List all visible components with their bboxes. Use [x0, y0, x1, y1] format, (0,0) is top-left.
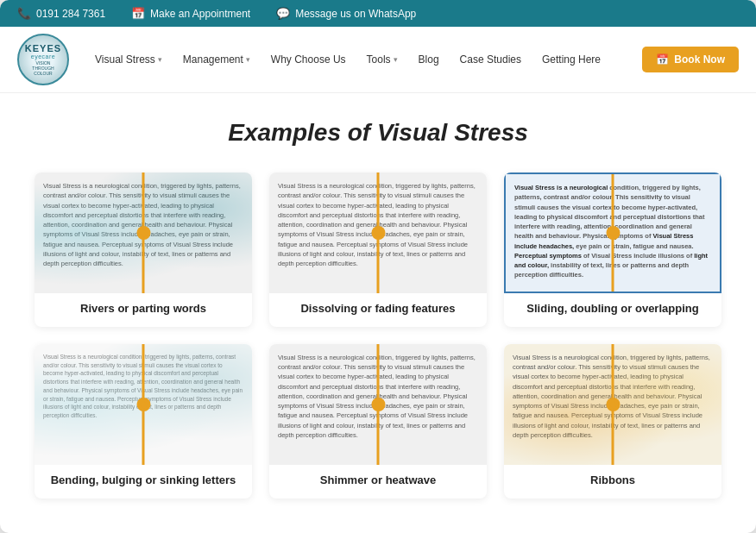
- card-5-title: Shimmer or heatwave: [269, 465, 487, 499]
- card-3-image: Visual Stress is a neurological conditio…: [504, 172, 721, 293]
- nav-why-choose-us[interactable]: Why Choose Us: [262, 48, 355, 71]
- phone-number: 0191 284 7361: [36, 8, 105, 20]
- phone-link[interactable]: 📞 0191 284 7361: [17, 7, 105, 20]
- card-dissolving: Visual Stress is a neurological conditio…: [269, 172, 487, 327]
- cards-grid: Visual Stress is a neurological conditio…: [35, 172, 721, 499]
- card-4-title: Bending, bulging or sinking letters: [35, 465, 252, 499]
- card-sliding: Visual Stress is a neurological conditio…: [504, 172, 721, 327]
- logo-brand: KEYES: [25, 43, 61, 53]
- whatsapp-link[interactable]: 💬 Message us on WhatsApp: [276, 7, 416, 20]
- whatsapp-icon: 💬: [276, 7, 290, 20]
- nav-tools[interactable]: Tools ▾: [358, 48, 406, 71]
- card-2-image: Visual Stress is a neurological conditio…: [269, 172, 487, 293]
- card-3-line: [612, 174, 614, 292]
- book-now-button[interactable]: 📅 Book Now: [642, 47, 739, 72]
- main-content: Examples of Visual Stress Visual Stress …: [0, 93, 756, 524]
- card-1-title: Rivers or parting words: [35, 293, 252, 327]
- appointment-link[interactable]: 📅 Make an Appointment: [131, 7, 250, 20]
- logo: KEYES eyecare VISIONTHROUGHCOLOUR: [17, 34, 69, 85]
- phone-icon: 📞: [17, 7, 31, 20]
- nav-case-studies[interactable]: Case Studies: [451, 48, 530, 71]
- top-bar: 📞 0191 284 7361 📅 Make an Appointment 💬 …: [0, 0, 756, 27]
- calendar-icon: 📅: [131, 7, 145, 20]
- logo-tagline: VISIONTHROUGHCOLOUR: [32, 60, 54, 76]
- card-rivers: Visual Stress is a neurological conditio…: [35, 172, 252, 327]
- card-2-title: Dissolving or fading features: [269, 293, 487, 327]
- card-3-title: Sliding, doubling or overlapping: [504, 293, 721, 327]
- section-title: Examples of Visual Stress: [35, 119, 721, 147]
- appointment-text: Make an Appointment: [150, 8, 250, 20]
- card-ribbons: Visual Stress is a neurological conditio…: [504, 344, 721, 499]
- card-1-image: Visual Stress is a neurological conditio…: [35, 172, 252, 293]
- card-4-image: Visual Stress is a neurological conditio…: [35, 344, 252, 465]
- chevron-down-icon: ▾: [394, 55, 398, 64]
- chevron-down-icon: ▾: [246, 55, 250, 64]
- whatsapp-text: Message us on WhatsApp: [295, 8, 416, 20]
- card-shimmer: Visual Stress is a neurological conditio…: [269, 344, 487, 499]
- nav-blog[interactable]: Blog: [410, 48, 448, 71]
- nav-visual-stress[interactable]: Visual Stress ▾: [86, 48, 171, 71]
- logo-area[interactable]: KEYES eyecare VISIONTHROUGHCOLOUR: [17, 34, 69, 85]
- card-6-line: [612, 344, 614, 465]
- logo-sub: eyecare: [31, 53, 55, 60]
- nav-management[interactable]: Management ▾: [174, 48, 259, 71]
- navbar: KEYES eyecare VISIONTHROUGHCOLOUR Visual…: [0, 27, 756, 93]
- card-bending: Visual Stress is a neurological conditio…: [35, 344, 252, 499]
- nav-links: Visual Stress ▾ Management ▾ Why Choose …: [86, 48, 642, 71]
- page-wrapper: 📞 0191 284 7361 📅 Make an Appointment 💬 …: [0, 0, 756, 533]
- card-6-title: Ribbons: [504, 465, 721, 499]
- card-6-image: Visual Stress is a neurological conditio…: [504, 344, 721, 465]
- card-4-line: [142, 344, 145, 465]
- calendar-icon-btn: 📅: [656, 53, 669, 66]
- card-2-line: [377, 172, 380, 293]
- card-5-line: [377, 344, 380, 465]
- card-5-image: Visual Stress is a neurological conditio…: [269, 344, 487, 465]
- chevron-down-icon: ▾: [158, 55, 162, 64]
- card-1-line: [142, 172, 145, 293]
- nav-getting-here[interactable]: Getting Here: [533, 48, 609, 71]
